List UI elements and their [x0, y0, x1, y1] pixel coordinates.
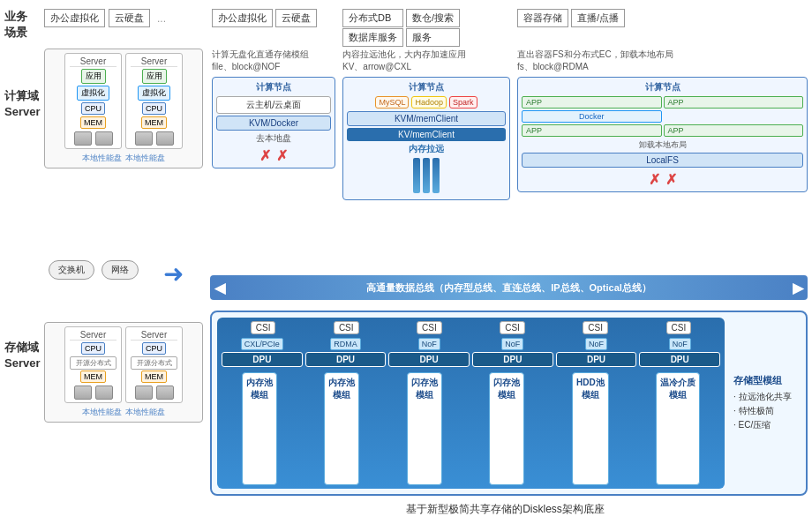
- s-disk-2a: [135, 386, 153, 400]
- dpu-4: DPU: [472, 352, 553, 367]
- dpu-2: DPU: [305, 352, 387, 367]
- col1-scenario-2: 云硬盘: [275, 9, 317, 27]
- dpu-col-4: NoF DPU: [472, 338, 553, 367]
- main-arrow: ➜: [163, 259, 184, 288]
- mem-box-2: MEM: [141, 116, 167, 129]
- pool-module-2: 内存池 模组: [324, 372, 359, 485]
- left-scenario-headers: 办公虚拟化 云硬盘 ...: [44, 9, 169, 27]
- col2-headers: 分布式DB 数据库服务 数仓/搜索 服务: [342, 9, 510, 47]
- col3-localfs: LocalFS: [522, 153, 803, 168]
- dpu-col-1: CXL/PCIe DPU: [222, 338, 303, 367]
- protocol-5: NoF: [585, 338, 607, 350]
- col1-desc: 计算无盘化直通存储模组file、block@NOF: [212, 49, 335, 73]
- csi-5: CSI: [583, 321, 608, 334]
- disk-1b: [95, 131, 113, 146]
- col2-kvm: KVM/memClient: [347, 111, 506, 126]
- data-bus-bar: ◀ 高通量数据总线（内存型总线、直连总线、IP总线、Optical总线） ▶: [210, 275, 808, 300]
- bus-right-arrow: ▶: [793, 280, 803, 296]
- csi-2: CSI: [334, 321, 359, 334]
- virt-box-1: 虚拟化: [77, 86, 109, 101]
- storage-server-1-title: Server: [70, 330, 117, 341]
- disk-1a: [74, 131, 92, 146]
- local-disk-label-2: 本地性能盘: [125, 153, 165, 164]
- hadoop-box: Hadoop: [411, 96, 447, 109]
- cross-4: ✗: [665, 171, 677, 188]
- bus-left-arrow: ◀: [214, 280, 225, 296]
- distrib-layer-1: 开源分布式: [70, 356, 117, 370]
- storage-pool-section: CSI CSI CSI CSI CSI CSI CXL/PCIe DPU RDM…: [210, 311, 808, 496]
- col3-app-4: APP: [664, 124, 804, 137]
- cross-2: ✗: [276, 147, 288, 164]
- data-bus-label: 高通量数据总线（内存型总线、直连总线、IP总线、Optical总线）: [366, 281, 651, 295]
- col3-headers: 容器存储 直播/点播: [517, 9, 808, 27]
- col1-vm-desktop: 云主机/云桌面: [216, 96, 331, 114]
- distrib-layer-2: 开源分布式: [131, 356, 177, 370]
- column-2: 内容拉远池化，大内存加速应用KV、arrow@CXL 计算节点 MySQL Ha…: [342, 49, 510, 204]
- col1-kvm: KVM/Docker: [216, 116, 331, 131]
- compute-server-2: Server 应用 虚拟化 CPU MEM: [125, 53, 183, 149]
- s-disk-2b: [156, 386, 174, 400]
- csi-6: CSI: [666, 321, 692, 334]
- col3-app-1: APP: [522, 96, 662, 109]
- compute-domain-label: 计算域 Server: [4, 88, 40, 120]
- compute-server-1: Server 应用 虚拟化 CPU MEM: [64, 53, 122, 149]
- cpu-box-1: CPU: [81, 102, 105, 115]
- col1-compute-node: 计算节点 云主机/云桌面 KVM/Docker 去本地盘 ✗ ✗: [212, 77, 335, 168]
- disk-2b: [156, 131, 174, 146]
- cpu-box-2: CPU: [142, 102, 166, 115]
- pool-module-3: 闪存池 模组: [407, 372, 442, 485]
- col1-no-disk: 去本地盘: [216, 132, 331, 145]
- col3-docker: Docker: [522, 110, 662, 123]
- col2-desc: 内容拉远池化，大内存加速应用KV、arrow@CXL: [342, 49, 510, 73]
- csi-3: CSI: [417, 321, 442, 334]
- pool-modules-row: 内存池 模组 内存池 模组 闪存池 模组 闪存池 模组: [220, 371, 722, 485]
- right-section: 办公虚拟化 云硬盘 分布式DB 数据库服务 数仓/搜索 服务 容器存储 直播/点…: [212, 9, 808, 204]
- s-mem-box-1: MEM: [80, 371, 106, 383]
- storage-server-group: Server CPU 开源分布式 MEM Server: [44, 322, 203, 423]
- col3-node-title: 计算节点: [522, 81, 803, 94]
- app-box-2: 应用: [142, 69, 167, 84]
- virt-box-2: 虚拟化: [138, 86, 170, 101]
- cross-1: ✗: [259, 147, 271, 164]
- col3-app-grid: APP APP Docker APP APP: [522, 96, 803, 137]
- dpu-row: CXL/PCIe DPU RDMA DPU NoF DPU NoF DPU: [220, 338, 722, 367]
- dpu-5: DPU: [556, 352, 637, 367]
- app-box-1: 应用: [81, 69, 106, 84]
- col2-remote-bars: [347, 158, 506, 193]
- dpu-col-3: NoF DPU: [388, 338, 470, 367]
- protocol-2: RDMA: [330, 338, 361, 350]
- feature-3: · EC/压缩: [733, 419, 801, 431]
- s-cpu-box-1: CPU: [81, 342, 105, 355]
- storage-pool-inner: CSI CSI CSI CSI CSI CSI CXL/PCIe DPU RDM…: [217, 318, 725, 489]
- local-disk-label-1: 本地性能盘: [82, 153, 122, 164]
- col2-node-title: 计算节点: [347, 81, 506, 94]
- server-1-title: Server: [70, 56, 117, 67]
- protocol-4: NoF: [501, 338, 523, 350]
- feature-2: · 特性极简: [733, 405, 801, 417]
- dpu-3: DPU: [388, 352, 470, 367]
- storage-info-box: 存储型模组 · 拉远池化共享 · 特性极简 · EC/压缩: [730, 318, 801, 489]
- protocol-1: CXL/PCIe: [241, 338, 283, 350]
- scenario-office-virt: 办公虚拟化: [44, 9, 105, 27]
- col2-scenario-1: 分布式DB 数据库服务: [342, 9, 403, 47]
- dpu-6: DPU: [639, 352, 720, 367]
- s-disk-1a: [74, 386, 92, 400]
- col3-desc: 直出容器FS和分布式EC，卸载本地布局fs、block@RDMA: [517, 49, 808, 73]
- network-box: 网络: [102, 260, 139, 280]
- compute-server-group: Server 应用 虚拟化 CPU MEM: [44, 49, 203, 168]
- cross-3: ✗: [649, 171, 660, 188]
- col1-cross: ✗ ✗: [216, 147, 331, 164]
- pool-module-6: 温冷介质 模组: [656, 372, 700, 485]
- col2-compute-node: 计算节点 MySQL Hadoop Spark KVM/memClient KV…: [342, 77, 510, 200]
- col1-scenario-1: 办公虚拟化: [212, 9, 273, 27]
- col2-remote-mem-label: 内存拉远: [347, 143, 506, 155]
- bottom-label: 基于新型极简共享存储的Diskless架构底座: [207, 502, 803, 517]
- disk-2a: [135, 131, 153, 146]
- dpu-col-5: NoF DPU: [556, 338, 637, 367]
- column-1: 计算无盘化直通存储模组file、block@NOF 计算节点 云主机/云桌面 K…: [212, 49, 335, 172]
- col1-node-title: 计算节点: [216, 81, 331, 94]
- dpu-1: DPU: [222, 352, 303, 367]
- pool-module-5: HDD池 模组: [572, 372, 609, 485]
- storage-domain-label: 存储域 Server: [4, 340, 40, 371]
- storage-server-2-title: Server: [131, 330, 177, 341]
